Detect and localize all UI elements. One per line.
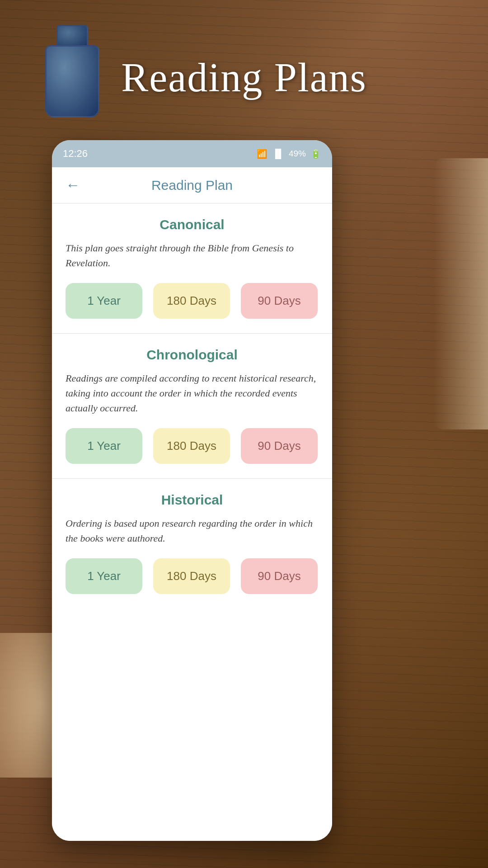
signal-icon: ▐▌ — [272, 149, 284, 159]
page-title-container: Reading Plans — [0, 54, 488, 101]
plan-canonical-btn-1-year[interactable]: 1 Year — [66, 283, 142, 319]
plan-chronological-btn-1-year[interactable]: 1 Year — [66, 428, 142, 464]
plan-section-chronological: ChronologicalReadings are compiled accor… — [52, 334, 332, 479]
battery-status: 49% — [289, 149, 306, 159]
plan-section-historical: HistoricalOrdering is based upon researc… — [52, 479, 332, 594]
plan-desc-canonical: This plan goes straight through the Bibl… — [66, 241, 319, 270]
app-header: ← Reading Plan — [52, 167, 332, 203]
status-icons: 📶 ▐▌ 49% 🔋 — [257, 149, 321, 159]
wifi-icon: 📶 — [257, 149, 267, 159]
status-time: 12:26 — [63, 148, 88, 160]
plan-historical-btn-1-year[interactable]: 1 Year — [66, 558, 142, 594]
plan-buttons-historical: 1 Year180 Days90 Days — [66, 558, 319, 594]
plan-historical-btn-180-days[interactable]: 180 Days — [153, 558, 230, 594]
plan-desc-historical: Ordering is based upon research regardin… — [66, 516, 319, 546]
plan-canonical-btn-180-days[interactable]: 180 Days — [153, 283, 230, 319]
phone-frame: 12:26 📶 ▐▌ 49% 🔋 ← Reading Plan Canonica… — [52, 140, 332, 841]
plan-section-canonical: CanonicalThis plan goes straight through… — [52, 203, 332, 334]
plan-title-chronological: Chronological — [66, 347, 319, 363]
plan-chronological-btn-180-days[interactable]: 180 Days — [153, 428, 230, 464]
old-paper-decoration — [434, 158, 488, 429]
plan-chronological-btn-90-days[interactable]: 90 Days — [241, 428, 318, 464]
plan-desc-chronological: Readings are compiled according to recen… — [66, 371, 319, 415]
ink-bottle-neck — [56, 25, 88, 47]
plan-title-canonical: Canonical — [66, 217, 319, 232]
plan-buttons-canonical: 1 Year180 Days90 Days — [66, 283, 319, 319]
battery-icon: 🔋 — [310, 149, 321, 159]
back-button[interactable]: ← — [66, 177, 80, 193]
page-title: Reading Plans — [0, 54, 488, 101]
plan-title-historical: Historical — [66, 492, 319, 508]
plans-container: CanonicalThis plan goes straight through… — [52, 203, 332, 594]
plan-buttons-chronological: 1 Year180 Days90 Days — [66, 428, 319, 464]
header-title: Reading Plan — [52, 178, 332, 193]
plan-canonical-btn-90-days[interactable]: 90 Days — [241, 283, 318, 319]
plan-historical-btn-90-days[interactable]: 90 Days — [241, 558, 318, 594]
plans-scroll-content[interactable]: CanonicalThis plan goes straight through… — [52, 203, 332, 841]
status-bar: 12:26 📶 ▐▌ 49% 🔋 — [52, 140, 332, 167]
